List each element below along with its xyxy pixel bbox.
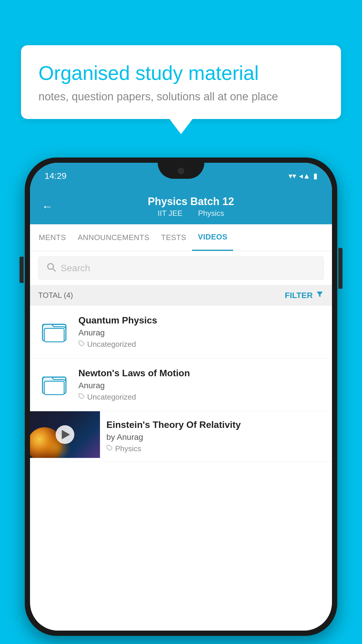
video-author-quantum: Anurag [78,328,324,337]
phone-device: 14:29 ▾▾ ◂▲ ▮ ← Physics Batch 12 IIT JEE [25,158,337,636]
tab-tests[interactable]: TESTS [155,225,192,250]
camera [178,168,184,174]
phone-screen: 14:29 ▾▾ ◂▲ ▮ ← Physics Batch 12 IIT JEE [30,163,332,631]
search-bar[interactable]: Search [38,256,324,280]
notch [158,163,204,179]
video-thumb-newton [38,369,70,401]
einstein-author: by Anurag [106,433,324,442]
filter-funnel-icon [316,290,324,300]
filter-button[interactable]: FILTER [285,290,324,300]
header-subtitle-physics: Physics [198,209,224,218]
status-icons: ▾▾ ◂▲ ▮ [289,172,317,181]
video-info-newton: Newton's Laws of Motion Anurag Uncategor… [78,368,324,402]
speech-bubble: Organised study material notes, question… [21,45,341,119]
header-subtitle-sep [189,209,193,218]
video-info-quantum: Quantum Physics Anurag Uncategorized [78,315,324,349]
video-item-quantum[interactable]: Quantum Physics Anurag Uncategorized [30,306,332,358]
tag-icon-einstein [106,444,113,453]
status-bar: 14:29 ▾▾ ◂▲ ▮ [30,163,332,189]
svg-point-0 [48,264,54,270]
filter-label: FILTER [285,291,313,300]
filter-bar: TOTAL (4) FILTER [30,285,332,306]
svg-line-1 [53,269,56,272]
video-title-quantum: Quantum Physics [78,315,324,326]
tabs-bar: MENTS ANNOUNCEMENTS TESTS VIDEOS [30,224,332,251]
header-subtitle: IIT JEE Physics [61,209,320,218]
video-item-einstein[interactable]: Einstein's Theory Of Relativity by Anura… [30,411,332,462]
svg-rect-3 [44,328,64,342]
total-count: TOTAL (4) [38,291,73,300]
speech-bubble-subtitle: notes, question papers, solutions all at… [38,90,324,103]
header-subtitle-iitjee: IIT JEE [158,209,182,218]
einstein-thumbnail [30,411,100,458]
einstein-title: Einstein's Theory Of Relativity [106,419,324,430]
status-time: 14:29 [45,171,66,181]
svg-rect-6 [44,381,64,395]
wifi-icon: ▾▾ [289,172,296,181]
play-triangle-icon [62,430,70,439]
back-button[interactable]: ← [42,200,53,213]
phone-outer: 14:29 ▾▾ ◂▲ ▮ ← Physics Batch 12 IIT JEE [25,158,337,636]
tab-videos[interactable]: VIDEOS [192,224,233,251]
tab-ments[interactable]: MENTS [33,225,72,250]
search-icon [46,262,56,274]
search-placeholder: Search [61,263,90,274]
app-header: ← Physics Batch 12 IIT JEE Physics [30,189,332,224]
video-item-newton[interactable]: Newton's Laws of Motion Anurag Uncategor… [30,358,332,411]
einstein-tag: Physics [106,444,324,453]
search-container: Search [30,251,332,285]
tab-announcements[interactable]: ANNOUNCEMENTS [72,225,155,250]
video-title-newton: Newton's Laws of Motion [78,368,324,379]
speech-bubble-title: Organised study material [38,61,324,85]
header-title-area: Physics Batch 12 IIT JEE Physics [61,195,320,218]
video-thumb-quantum [38,316,70,348]
einstein-info: Einstein's Theory Of Relativity by Anura… [100,411,332,461]
video-tag-quantum: Uncategorized [78,340,324,349]
header-title: Physics Batch 12 [61,195,320,208]
tag-icon-quantum [78,340,85,349]
video-list: Quantum Physics Anurag Uncategorized [30,306,332,462]
signal-icon: ◂▲ [299,172,310,181]
play-button[interactable] [56,425,74,444]
video-author-newton: Anurag [78,381,324,390]
video-tag-newton: Uncategorized [78,393,324,402]
battery-icon: ▮ [313,172,317,181]
tag-icon-newton [78,393,85,402]
